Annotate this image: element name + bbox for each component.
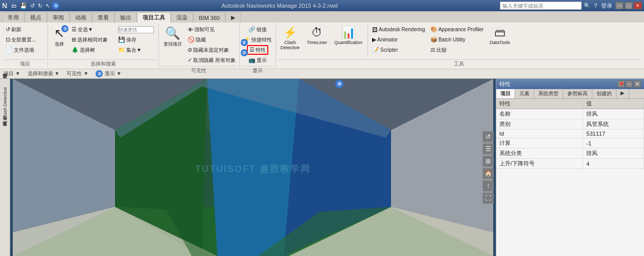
tab-more[interactable]: ▶ <box>225 12 241 23</box>
tab-bim360[interactable]: BIM 360 <box>193 12 225 23</box>
force-visible-button[interactable]: 👁 强制可见 <box>186 25 238 34</box>
hide-unselected-icon: ⊘ <box>188 47 192 53</box>
appearance-icon: 🎨 <box>430 26 438 33</box>
select-large-button[interactable]: ↖ 选择 ① <box>50 25 69 49</box>
sidebar-item-directory[interactable]: 选择目录 <box>1 80 9 84</box>
app-logo-icon: N <box>2 2 7 10</box>
tab-output[interactable]: 输出 <box>114 12 137 23</box>
project-buttons: ↺ 刷新 ⊡ 全部重置... 📄 文件选项 <box>4 25 46 58</box>
login-text[interactable]: 登录 <box>599 2 614 10</box>
vc-btn-1[interactable]: ↺ <box>482 131 494 142</box>
toolbar-icon-2[interactable]: 💾 <box>19 3 28 9</box>
tab-render[interactable]: 渲染 <box>171 12 193 23</box>
minimize-button[interactable]: ─ <box>615 2 624 9</box>
scripter-button[interactable]: 📝 Scripter <box>370 45 427 55</box>
subbar-project[interactable]: 项目 ▼ <box>2 70 22 78</box>
data-tools-button[interactable]: 🗃 DataTools <box>487 25 513 47</box>
property-name: 名称 <box>496 109 583 119</box>
search-input[interactable] <box>500 2 582 10</box>
sidebar-item-clash[interactable]: Clash Detective <box>2 85 9 121</box>
ribbon-group-project: ↺ 刷新 ⊡ 全部重置... 📄 文件选项 项目 <box>2 24 48 68</box>
appearance-profiler-button[interactable]: 🎨 Appearance Profiler <box>428 25 486 34</box>
quick-find-input[interactable] <box>118 26 154 33</box>
batch-utility-button[interactable]: 📦 Batch Utility <box>428 35 486 45</box>
circle-badge-inline: ① <box>61 25 68 32</box>
select-same-button[interactable]: ⊞ 选择相同对象 <box>70 35 116 45</box>
search-icon[interactable]: 🔍 <box>583 3 592 9</box>
animator-button[interactable]: ▶ Animator <box>370 35 427 45</box>
display-button[interactable]: 📺 显示 <box>246 55 269 65</box>
tab-view[interactable]: 查看 <box>92 12 114 23</box>
refresh-button[interactable]: ↺ 刷新 <box>4 25 38 34</box>
tab-review[interactable]: 审阅 <box>47 12 70 23</box>
panel-tab-system-type[interactable]: 系统类型 <box>534 89 563 98</box>
panel-minimize-button[interactable]: ─ <box>626 80 633 88</box>
autodesk-rendering-button[interactable]: 🖼 Autodesk Rendering <box>370 25 427 34</box>
property-name: Id <box>496 130 583 138</box>
sidebar-item-measure[interactable]: 测量工具 <box>1 127 9 132</box>
vc-btn-3[interactable]: ⊞ <box>482 156 494 167</box>
link-icon: 🔗 <box>248 26 256 33</box>
sidebar-item-sets[interactable]: 集合 <box>1 122 9 126</box>
property-name: 系统分类 <box>496 148 583 159</box>
viewport[interactable]: TUTUISOFT 趣胜教学网 ↺ ☰ ⊞ 🏠 ↑ ⛶ ④ <box>10 79 496 256</box>
scripter-icon: 📝 <box>372 47 379 53</box>
panel-title-buttons: 📌 ─ ✕ <box>617 80 641 88</box>
property-value: 4 <box>583 159 644 169</box>
file-options-button[interactable]: 📄 文件选项 <box>4 45 38 55</box>
panel-tab-project[interactable]: 项目 <box>496 89 515 98</box>
tab-animation[interactable]: 动画 <box>70 12 92 23</box>
maximize-button[interactable]: □ <box>625 2 633 9</box>
hide-button[interactable]: 🚫 隐藏 <box>186 35 238 45</box>
tab-common[interactable]: 常用 <box>2 12 25 23</box>
select-same-icon: ⊞ <box>72 36 76 43</box>
tab-viewpoint[interactable]: 视点 <box>25 12 47 23</box>
toolbar-icon-5[interactable]: ↖ <box>44 3 51 9</box>
ribbon-group-select: ↖ 选择 ① ☰ 全选▼ ⊞ 选择相同对象 🌲 选择树 <box>48 24 159 68</box>
close-button[interactable]: ✕ <box>634 2 642 9</box>
compare-button[interactable]: ⚖ 比较 <box>428 45 486 55</box>
circle-badge-3: ③ <box>241 49 248 56</box>
toolbar-icon-4[interactable]: ↻ <box>37 3 43 9</box>
left-sidebar: 选择目录 Clash Detective 集合 测量工具 <box>0 79 10 256</box>
sets-button[interactable]: 📁 集合▼ <box>116 45 157 55</box>
panel-tab-element[interactable]: 元素 <box>515 89 534 98</box>
vc-btn-6[interactable]: ⛶ <box>482 193 494 204</box>
subbar-visibility[interactable]: 可见性 ▼ <box>65 70 90 78</box>
panel-close-button[interactable]: ✕ <box>634 80 641 88</box>
reset-all-button[interactable]: ⊡ 全部重置... <box>4 35 38 45</box>
batch-icon: 📦 <box>430 36 438 43</box>
help-icon[interactable]: ? <box>593 3 598 9</box>
table-header-row: 特性 值 <box>496 99 644 109</box>
tools-group-label: 工具 <box>278 59 640 68</box>
timeliner-button[interactable]: ⏱ TimeLiner <box>304 25 330 47</box>
subbar-display[interactable]: ② 显示 ▼ <box>94 70 123 78</box>
toolbar-icon-3[interactable]: ↺ <box>29 3 36 9</box>
vc-btn-2[interactable]: ☰ <box>482 143 494 155</box>
find-items-button[interactable]: 🔍 查找项目 <box>160 25 185 49</box>
panel-pin-button[interactable]: 📌 <box>617 80 625 88</box>
compare-icon: ⚖ <box>430 47 435 53</box>
subbar-select-search[interactable]: 选择和搜索 ▼ <box>26 70 61 78</box>
panel-tab-ref-level[interactable]: 参照标高 <box>563 89 592 98</box>
tab-project-tools[interactable]: 项目工具 <box>137 12 171 23</box>
select-tree-button[interactable]: 🌲 选择树 <box>70 45 116 55</box>
vc-btn-4[interactable]: 🏠 <box>482 168 494 179</box>
select-all-button[interactable]: ☰ 全选▼ <box>70 25 116 34</box>
toolbar-icon-1[interactable]: 🗁 <box>10 3 18 9</box>
viewport-svg <box>10 79 496 256</box>
vc-btn-5[interactable]: ↑ <box>482 180 494 191</box>
panel-tab-more[interactable]: ▶ <box>616 89 629 98</box>
select-all-icon: ☰ <box>72 26 77 33</box>
link-button[interactable]: 🔗 链接 <box>246 25 269 34</box>
unhide-all-button[interactable]: ✓ 取消隐藏 所有对象 <box>186 55 238 65</box>
properties-button[interactable]: ☰ 特性 <box>247 45 268 55</box>
clash-detective-button[interactable]: ⚡ ClashDetective <box>278 25 303 52</box>
panel-tab-created[interactable]: 创建的 <box>592 89 616 98</box>
clash-icon: ⚡ <box>283 26 297 39</box>
property-value: -1 <box>583 138 644 148</box>
quantification-button[interactable]: 📊 Quantification <box>331 25 365 47</box>
save-button[interactable]: 💾 保存 <box>116 35 157 45</box>
hide-unselected-button[interactable]: ⊘ 隐藏未选定对象 <box>186 45 238 55</box>
main-area: 选择目录 Clash Detective 集合 测量工具 <box>0 79 644 256</box>
